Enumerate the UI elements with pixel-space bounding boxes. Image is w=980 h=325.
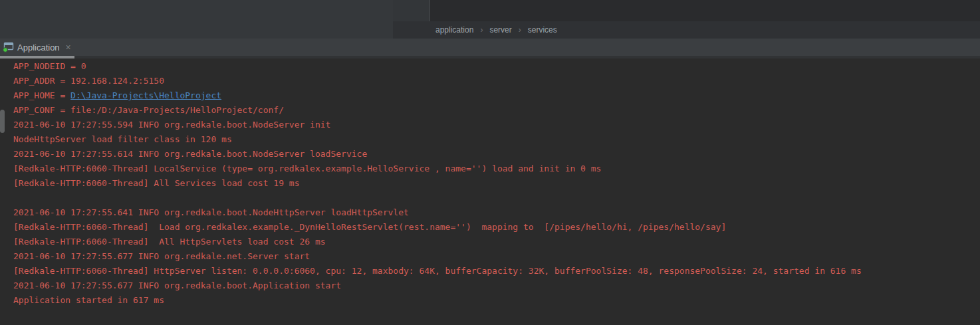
console-line: 2021-06-10 17:27:55.641 INFO org.redkale… [13,205,980,220]
log-text: [Redkale-HTTP:6060-Thread] All HttpServl… [13,237,326,247]
console-lines: APP_NODEID = 0APP_ADDR = 192.168.124.2:5… [13,59,980,308]
log-text: [Redkale-HTTP:6060-Thread] LocalService … [13,163,601,173]
log-text: Application started in 617 ms [13,295,164,305]
log-text: 2021-06-10 17:27:55.641 INFO org.redkale… [13,207,409,217]
editor-pane-left [0,0,393,39]
console-line [13,191,980,205]
editor-top-strip [393,0,980,21]
console-line: 2021-06-10 17:27:55.677 INFO org.redkale… [13,278,980,293]
breadcrumb-item-server[interactable]: server [485,25,515,35]
breadcrumb: application›server›services [393,21,980,39]
console-line: [Redkale-HTTP:6060-Thread] All Services … [13,176,980,191]
console-line: [Redkale-HTTP:6060-Thread] Load org.redk… [13,220,980,235]
log-text: APP_ADDR = 192.168.124.2:5150 [13,76,164,86]
console-line: APP_ADDR = 192.168.124.2:5150 [13,74,980,88]
tab-application[interactable]: Application × [0,39,75,56]
ide-root: application›server›services Application … [0,0,980,325]
tab-label: Application [17,43,60,53]
log-text: [Redkale-HTTP:6060-Thread] HttpServer li… [13,266,862,276]
log-text: 2021-06-10 17:27:55.614 INFO org.redkale… [13,149,367,159]
log-text: 2021-06-10 17:27:55.594 INFO org.redkale… [13,120,330,130]
console-line: [Redkale-HTTP:6060-Thread] HttpServer li… [13,264,980,278]
editor-gutter-column [393,0,430,21]
log-text: 2021-06-10 17:27:55.677 INFO org.redkale… [13,251,310,261]
console-line: Application started in 617 ms [13,293,980,308]
breadcrumb-item-application[interactable]: application [431,25,477,35]
console-line: 2021-06-10 17:27:55.677 INFO org.redkale… [13,249,980,264]
log-text: [Redkale-HTTP:6060-Thread] Load org.redk… [13,222,726,232]
console-line: 2021-06-10 17:27:55.614 INFO org.redkale… [13,147,980,162]
file-path-link[interactable]: D:\Java-Projects\HelloProject [70,90,221,100]
run-console-icon [2,42,14,53]
console-line: [Redkale-HTTP:6060-Thread] LocalService … [13,162,980,176]
console-tab-bar: Application × [0,39,980,56]
left-scrollbar-thumb[interactable] [0,110,5,133]
log-text: APP_HOME = [13,90,70,100]
console-line: 2021-06-10 17:27:55.594 INFO org.redkale… [13,118,980,132]
breadcrumb-separator-icon: › [516,25,524,35]
editor-pane-right: application›server›services [393,0,980,39]
log-text: APP_CONF = file:/D:/Java-Projects/HelloP… [13,105,284,115]
console-line: APP_NODEID = 0 [13,59,980,74]
editor-area: application›server›services [0,0,980,39]
log-text: NodeHttpServer load filter class in 120 … [13,134,232,144]
console-line: APP_CONF = file:/D:/Java-Projects/HelloP… [13,103,980,118]
console-line: NodeHttpServer load filter class in 120 … [13,132,980,147]
breadcrumb-separator-icon: › [477,25,485,35]
console-line: [Redkale-HTTP:6060-Thread] All HttpServl… [13,235,980,249]
log-text: [Redkale-HTTP:6060-Thread] All Services … [13,178,299,188]
breadcrumb-item-services[interactable]: services [524,25,561,35]
console-line: APP_HOME = D:\Java-Projects\HelloProject [13,88,980,103]
log-text: 2021-06-10 17:27:55.677 INFO org.redkale… [13,280,341,290]
log-text: APP_NODEID = 0 [13,61,86,71]
close-icon[interactable]: × [66,43,71,52]
console-output: APP_NODEID = 0APP_ADDR = 192.168.124.2:5… [0,58,980,325]
